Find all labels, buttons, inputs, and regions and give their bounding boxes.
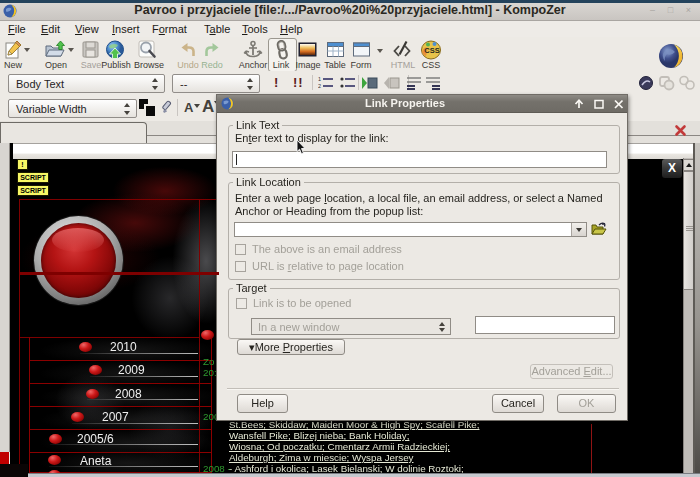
svg-text:1: 1 bbox=[318, 76, 321, 82]
svg-text:2: 2 bbox=[318, 83, 321, 89]
svg-text:CSS: CSS bbox=[424, 46, 439, 55]
